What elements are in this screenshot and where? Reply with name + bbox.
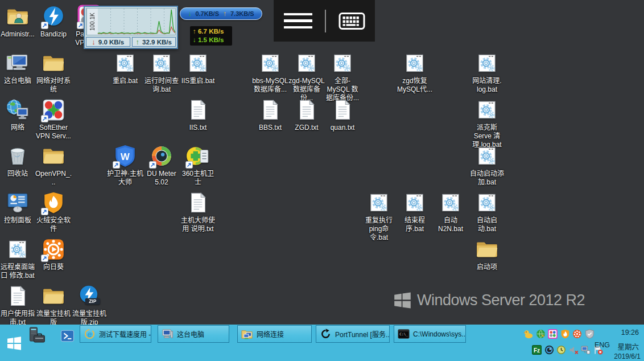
desktop-icon-label: bbs-MySQL 数据库备...: [251, 77, 289, 94]
desktop-icon-label: 自动 N2N.bat: [432, 216, 469, 233]
taskbar-button-label: 这台电脑: [177, 329, 204, 339]
bandizip-icon: [42, 5, 65, 28]
bat-icon: [403, 191, 427, 215]
desktop: Administr...BandizipPacketiX VPN Cl...这台…: [0, 0, 644, 361]
desktop-icon-iis-txt[interactable]: IIS.txt: [179, 98, 217, 132]
desktop-icon-administrator-folder[interactable]: Administr...: [0, 5, 36, 39]
desktop-icon-du-meter[interactable]: DU Meter 5.02: [143, 144, 180, 187]
desktop-icon-label: OpenVPN_...: [35, 170, 72, 187]
filezilla-tray-icon[interactable]: Fz: [532, 345, 542, 355]
taskbar-button-ie-speedtest[interactable]: e测试下载速度用 -...: [80, 325, 151, 343]
desktop-icon-label: 重复执行 ping命令.bat: [360, 216, 398, 242]
desktop-icon-uptime-query-bat[interactable]: 运行时间查询.bat: [143, 51, 180, 94]
bat-icon: [113, 51, 137, 75]
desktop-icon-sunflower[interactable]: 向日葵: [35, 237, 72, 272]
ie-icon: e: [84, 328, 96, 340]
desktop-icon-end-program-bat[interactable]: 结束程序.bat: [396, 191, 434, 233]
desktop-icon-recycle-bin[interactable]: 回收站: [0, 144, 36, 178]
desktop-icon-this-pc[interactable]: 这台电脑: [0, 51, 36, 85]
packetix-tray-tray-icon[interactable]: [548, 329, 558, 339]
desktop-icon-iis-restart-bat[interactable]: IIS重启.bat: [179, 51, 217, 85]
svg-text:e: e: [88, 330, 92, 339]
shortcut-arrow-icon: [41, 22, 48, 29]
taskbar-button-network-connections[interactable]: 网络连接: [237, 325, 312, 343]
taskbar-button-label: C:\Windows\sys...: [413, 330, 466, 338]
security-shield-tray-icon[interactable]: [585, 329, 595, 339]
du-meter-download-box: ↓ 9.0 KB/s: [86, 37, 130, 47]
txt-icon: [186, 98, 210, 122]
network-sm-icon: [241, 328, 253, 340]
desktop-icon-bbs-mysql-backup-bat[interactable]: bbs-MySQL 数据库备...: [251, 51, 289, 94]
desktop-icon-openvpn-folder[interactable]: OpenVPN_...: [35, 144, 72, 187]
desktop-icon-zgd-txt[interactable]: ZGD.txt: [288, 98, 325, 132]
bat-icon: [475, 191, 499, 215]
input-language-indicator[interactable]: ENG: [595, 341, 610, 349]
clock-weekday[interactable]: 星期六: [617, 341, 639, 352]
desktop-icon-all-mysql-backup-bat[interactable]: 全部-MySQL 数据库备份...: [324, 51, 361, 102]
desktop-icon-control-panel[interactable]: 控制面板: [0, 191, 36, 225]
desktop-icon-auto-n2n-bat[interactable]: 自动 N2N.bat: [432, 191, 469, 233]
desktop-icon-restart-bat[interactable]: 重启.bat: [106, 51, 144, 85]
desktop-icon-quan-txt[interactable]: quan.txt: [324, 98, 361, 132]
taskbar-button-porttunnel[interactable]: PortTunnel [服务...: [316, 325, 390, 343]
folder-icon: [42, 51, 65, 75]
volume-muted-tray-icon[interactable]: [569, 345, 579, 355]
clock-tray-tray-icon[interactable]: [556, 345, 566, 355]
desktop-icon-huweishen-host-master[interactable]: W护卫神·主机 大师: [106, 144, 144, 187]
desktop-icon-zgd-mysql-backup-bat[interactable]: zgd-MySQL 数据库备份...: [288, 51, 325, 102]
desktop-icon-host-guard-360[interactable]: 360主机卫士: [179, 144, 217, 187]
desktop-icon-label: 主机大师使用 说明.txt: [179, 216, 217, 233]
desktop-icon-paikesi-serve-cleanup-bat[interactable]: 派克斯Serve 清理.log.bat: [468, 98, 506, 149]
desktop-icon-bandizip[interactable]: Bandizip: [35, 5, 72, 39]
keyboard-icon[interactable]: [338, 13, 365, 30]
powershell-icon[interactable]: [60, 329, 75, 343]
netmon-globe-tray-icon[interactable]: [536, 329, 546, 339]
desktop-icon-label: 远程桌面端口 修改.bat: [0, 263, 36, 280]
folder-icon: [42, 284, 65, 308]
windows-logo-icon: [394, 292, 411, 309]
huorong-tray-tray-icon[interactable]: [560, 329, 570, 339]
bat-icon: [150, 51, 174, 75]
desktop-icon-network[interactable]: 网络: [0, 98, 36, 132]
duck-tray-icon[interactable]: [523, 329, 533, 339]
clock-time[interactable]: 19:26: [621, 329, 639, 337]
desktop-icon-zgd-restore-mysql-bat[interactable]: zgd恢复 MySQL代...: [396, 51, 434, 94]
desktop-icon-label: 网站清理. log.bat: [468, 77, 506, 94]
shortcut-arrow-icon: [41, 255, 48, 262]
desktop-icon-label: ZGD.txt: [295, 124, 318, 132]
du-meter-upload-value: 32.9 KB/s: [142, 39, 172, 46]
desktop-icon-huorong-security[interactable]: 火绒安全软件: [35, 191, 72, 233]
menu-icon[interactable]: [284, 13, 312, 29]
taskbar-button-this-pc-window[interactable]: 这台电脑: [158, 325, 229, 343]
desktop-icon-site-cleanup-log-bat[interactable]: 网站清理. log.bat: [468, 51, 506, 94]
clock-date[interactable]: 2019/6/1: [614, 352, 641, 360]
desktop-icon-rdp-port-change-bat[interactable]: 远程桌面端口 修改.bat: [0, 237, 36, 280]
du-meter-graph-widget[interactable]: 100.1K ↓ 9.0 KB/s ↑ 32.9 KB/s: [84, 6, 178, 49]
desktop-icon-softether-vpn-server[interactable]: SoftEther VPN Serv...: [35, 98, 72, 141]
desktop-icon-network-time-system[interactable]: 网络对时系统: [35, 51, 72, 94]
overlay-upload-value: ↑ 6.7 KB/s: [193, 27, 229, 36]
desktop-icon-liuliangbao-folder[interactable]: 流量宝挂机版: [35, 284, 72, 327]
desktop-icon-label: 自动启动.bat: [468, 216, 506, 233]
taskbar: e测试下载速度用 -...这台电脑网络连接PortTunnel [服务...C:…: [0, 325, 644, 361]
dumeter-tray-tray-icon[interactable]: [544, 345, 554, 355]
desktop-icon-auto-start-bat[interactable]: 自动启动.bat: [468, 191, 506, 233]
desktop-icon-liuliangbao-zip[interactable]: ZIP流量宝挂机 版.zip: [71, 284, 108, 327]
desktop-icon-label: Administr...: [1, 30, 34, 39]
desktop-icon-label: 这台电脑: [4, 77, 31, 85]
desktop-icon-startup-folder[interactable]: 启动项: [468, 237, 506, 272]
du-meter-scale-label: 100.1K: [86, 9, 98, 35]
desktop-icon-host-master-guide-txt[interactable]: 主机大师使用 说明.txt: [179, 191, 217, 233]
server-manager-icon[interactable]: [27, 326, 47, 346]
speed-pill-widget[interactable]: ↓ 0.7KB/S ↑ 7.3KB/S: [180, 7, 262, 20]
desktop-icon-bbs-txt[interactable]: BBS.txt: [251, 98, 289, 132]
network-tray-tray-icon[interactable]: [581, 345, 591, 355]
bat-icon: [331, 51, 354, 75]
gear-360-tray-icon[interactable]: [572, 329, 582, 339]
desktop-icon-repeat-ping-bat[interactable]: 重复执行 ping命令.bat: [360, 191, 398, 242]
desktop-icon-auto-start-add-bat[interactable]: 自动启动添 加.bat: [468, 144, 506, 187]
desktop-icon-user-guide-txt[interactable]: 用户使用指 南.txt: [0, 284, 36, 327]
taskbar-button-cmd-window[interactable]: C:\_C:\Windows\sys...: [394, 325, 466, 343]
touch-toolbar-panel: [274, 0, 375, 42]
start-button[interactable]: [7, 336, 22, 351]
